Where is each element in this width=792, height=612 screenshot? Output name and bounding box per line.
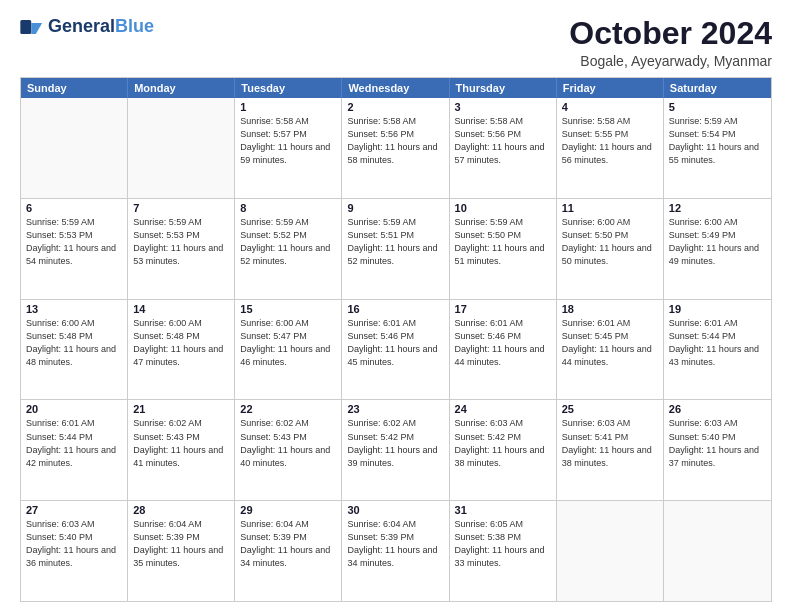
weekday-header: Saturday — [664, 78, 771, 98]
calendar-body: 1Sunrise: 5:58 AM Sunset: 5:57 PM Daylig… — [21, 98, 771, 601]
calendar-row: 13Sunrise: 6:00 AM Sunset: 5:48 PM Dayli… — [21, 299, 771, 400]
day-info: Sunrise: 6:03 AM Sunset: 5:40 PM Dayligh… — [26, 518, 122, 570]
calendar-cell: 8Sunrise: 5:59 AM Sunset: 5:52 PM Daylig… — [235, 199, 342, 299]
day-number: 27 — [26, 504, 122, 516]
calendar-cell: 3Sunrise: 5:58 AM Sunset: 5:56 PM Daylig… — [450, 98, 557, 198]
calendar-cell — [557, 501, 664, 601]
day-info: Sunrise: 6:05 AM Sunset: 5:38 PM Dayligh… — [455, 518, 551, 570]
calendar-cell: 17Sunrise: 6:01 AM Sunset: 5:46 PM Dayli… — [450, 300, 557, 400]
logo-text: GeneralBlue — [48, 16, 154, 37]
day-info: Sunrise: 6:00 AM Sunset: 5:50 PM Dayligh… — [562, 216, 658, 268]
calendar-cell: 15Sunrise: 6:00 AM Sunset: 5:47 PM Dayli… — [235, 300, 342, 400]
calendar-header: SundayMondayTuesdayWednesdayThursdayFrid… — [21, 78, 771, 98]
calendar-cell: 25Sunrise: 6:03 AM Sunset: 5:41 PM Dayli… — [557, 400, 664, 500]
day-info: Sunrise: 5:59 AM Sunset: 5:51 PM Dayligh… — [347, 216, 443, 268]
day-number: 19 — [669, 303, 766, 315]
weekday-header: Tuesday — [235, 78, 342, 98]
day-number: 22 — [240, 403, 336, 415]
day-number: 7 — [133, 202, 229, 214]
weekday-header: Friday — [557, 78, 664, 98]
day-number: 16 — [347, 303, 443, 315]
calendar-cell — [21, 98, 128, 198]
calendar-cell: 29Sunrise: 6:04 AM Sunset: 5:39 PM Dayli… — [235, 501, 342, 601]
calendar-cell: 14Sunrise: 6:00 AM Sunset: 5:48 PM Dayli… — [128, 300, 235, 400]
day-number: 24 — [455, 403, 551, 415]
calendar-cell: 20Sunrise: 6:01 AM Sunset: 5:44 PM Dayli… — [21, 400, 128, 500]
calendar-cell: 4Sunrise: 5:58 AM Sunset: 5:55 PM Daylig… — [557, 98, 664, 198]
weekday-header: Sunday — [21, 78, 128, 98]
day-info: Sunrise: 5:59 AM Sunset: 5:54 PM Dayligh… — [669, 115, 766, 167]
calendar-cell: 22Sunrise: 6:02 AM Sunset: 5:43 PM Dayli… — [235, 400, 342, 500]
day-number: 29 — [240, 504, 336, 516]
page: GeneralBlue October 2024 Bogale, Ayeyarw… — [0, 0, 792, 612]
calendar-cell: 30Sunrise: 6:04 AM Sunset: 5:39 PM Dayli… — [342, 501, 449, 601]
calendar-cell: 26Sunrise: 6:03 AM Sunset: 5:40 PM Dayli… — [664, 400, 771, 500]
day-info: Sunrise: 6:01 AM Sunset: 5:46 PM Dayligh… — [347, 317, 443, 369]
day-number: 1 — [240, 101, 336, 113]
day-info: Sunrise: 5:58 AM Sunset: 5:57 PM Dayligh… — [240, 115, 336, 167]
day-info: Sunrise: 6:03 AM Sunset: 5:41 PM Dayligh… — [562, 417, 658, 469]
day-info: Sunrise: 6:00 AM Sunset: 5:49 PM Dayligh… — [669, 216, 766, 268]
calendar-cell: 1Sunrise: 5:58 AM Sunset: 5:57 PM Daylig… — [235, 98, 342, 198]
day-info: Sunrise: 6:02 AM Sunset: 5:42 PM Dayligh… — [347, 417, 443, 469]
location-title: Bogale, Ayeyarwady, Myanmar — [569, 53, 772, 69]
calendar-cell: 24Sunrise: 6:03 AM Sunset: 5:42 PM Dayli… — [450, 400, 557, 500]
day-info: Sunrise: 6:04 AM Sunset: 5:39 PM Dayligh… — [347, 518, 443, 570]
calendar-cell: 19Sunrise: 6:01 AM Sunset: 5:44 PM Dayli… — [664, 300, 771, 400]
calendar-cell: 5Sunrise: 5:59 AM Sunset: 5:54 PM Daylig… — [664, 98, 771, 198]
day-info: Sunrise: 5:58 AM Sunset: 5:56 PM Dayligh… — [347, 115, 443, 167]
weekday-header: Thursday — [450, 78, 557, 98]
calendar-row: 1Sunrise: 5:58 AM Sunset: 5:57 PM Daylig… — [21, 98, 771, 198]
day-number: 25 — [562, 403, 658, 415]
day-number: 18 — [562, 303, 658, 315]
calendar-row: 27Sunrise: 6:03 AM Sunset: 5:40 PM Dayli… — [21, 500, 771, 601]
day-number: 13 — [26, 303, 122, 315]
header: GeneralBlue October 2024 Bogale, Ayeyarw… — [20, 16, 772, 69]
calendar-cell: 16Sunrise: 6:01 AM Sunset: 5:46 PM Dayli… — [342, 300, 449, 400]
calendar-cell: 12Sunrise: 6:00 AM Sunset: 5:49 PM Dayli… — [664, 199, 771, 299]
day-info: Sunrise: 6:04 AM Sunset: 5:39 PM Dayligh… — [240, 518, 336, 570]
day-info: Sunrise: 6:00 AM Sunset: 5:48 PM Dayligh… — [133, 317, 229, 369]
day-number: 20 — [26, 403, 122, 415]
calendar-cell: 11Sunrise: 6:00 AM Sunset: 5:50 PM Dayli… — [557, 199, 664, 299]
weekday-header: Monday — [128, 78, 235, 98]
day-number: 31 — [455, 504, 551, 516]
calendar-cell: 18Sunrise: 6:01 AM Sunset: 5:45 PM Dayli… — [557, 300, 664, 400]
day-number: 4 — [562, 101, 658, 113]
title-block: October 2024 Bogale, Ayeyarwady, Myanmar — [569, 16, 772, 69]
calendar-cell: 7Sunrise: 5:59 AM Sunset: 5:53 PM Daylig… — [128, 199, 235, 299]
calendar-cell: 2Sunrise: 5:58 AM Sunset: 5:56 PM Daylig… — [342, 98, 449, 198]
day-number: 17 — [455, 303, 551, 315]
day-number: 21 — [133, 403, 229, 415]
day-number: 26 — [669, 403, 766, 415]
day-info: Sunrise: 6:01 AM Sunset: 5:44 PM Dayligh… — [669, 317, 766, 369]
calendar-cell: 21Sunrise: 6:02 AM Sunset: 5:43 PM Dayli… — [128, 400, 235, 500]
calendar-cell — [664, 501, 771, 601]
calendar-cell: 9Sunrise: 5:59 AM Sunset: 5:51 PM Daylig… — [342, 199, 449, 299]
day-info: Sunrise: 5:58 AM Sunset: 5:56 PM Dayligh… — [455, 115, 551, 167]
calendar-cell: 27Sunrise: 6:03 AM Sunset: 5:40 PM Dayli… — [21, 501, 128, 601]
calendar-cell: 28Sunrise: 6:04 AM Sunset: 5:39 PM Dayli… — [128, 501, 235, 601]
day-info: Sunrise: 5:59 AM Sunset: 5:53 PM Dayligh… — [26, 216, 122, 268]
calendar-cell: 13Sunrise: 6:00 AM Sunset: 5:48 PM Dayli… — [21, 300, 128, 400]
day-info: Sunrise: 6:01 AM Sunset: 5:46 PM Dayligh… — [455, 317, 551, 369]
weekday-header: Wednesday — [342, 78, 449, 98]
day-info: Sunrise: 5:59 AM Sunset: 5:50 PM Dayligh… — [455, 216, 551, 268]
day-number: 12 — [669, 202, 766, 214]
logo: GeneralBlue — [20, 16, 154, 37]
day-number: 10 — [455, 202, 551, 214]
calendar-row: 20Sunrise: 6:01 AM Sunset: 5:44 PM Dayli… — [21, 399, 771, 500]
day-number: 23 — [347, 403, 443, 415]
calendar-cell: 6Sunrise: 5:59 AM Sunset: 5:53 PM Daylig… — [21, 199, 128, 299]
day-info: Sunrise: 5:59 AM Sunset: 5:52 PM Dayligh… — [240, 216, 336, 268]
day-number: 30 — [347, 504, 443, 516]
calendar: SundayMondayTuesdayWednesdayThursdayFrid… — [20, 77, 772, 602]
day-number: 11 — [562, 202, 658, 214]
day-number: 2 — [347, 101, 443, 113]
calendar-cell: 10Sunrise: 5:59 AM Sunset: 5:50 PM Dayli… — [450, 199, 557, 299]
day-number: 15 — [240, 303, 336, 315]
day-info: Sunrise: 6:03 AM Sunset: 5:42 PM Dayligh… — [455, 417, 551, 469]
day-info: Sunrise: 6:03 AM Sunset: 5:40 PM Dayligh… — [669, 417, 766, 469]
day-info: Sunrise: 6:00 AM Sunset: 5:48 PM Dayligh… — [26, 317, 122, 369]
calendar-row: 6Sunrise: 5:59 AM Sunset: 5:53 PM Daylig… — [21, 198, 771, 299]
